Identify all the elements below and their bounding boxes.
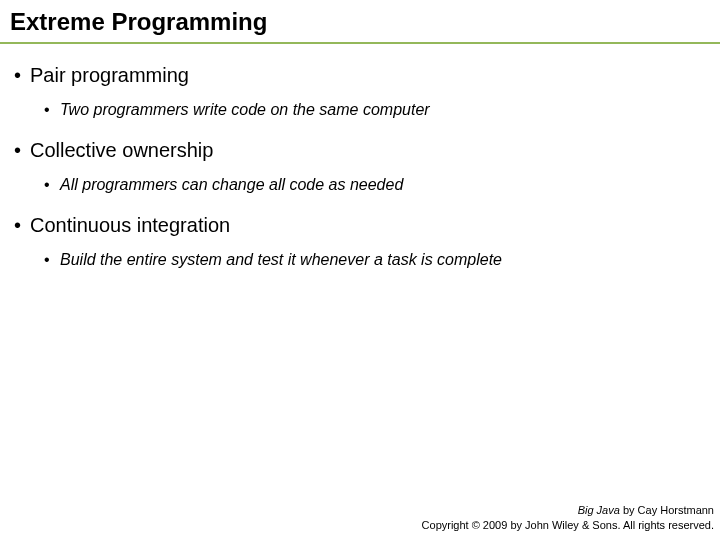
bullet-level-1: Continuous integration [12,214,708,237]
bullet-level-1: Pair programming [12,64,708,87]
bullet-level-2: Build the entire system and test it when… [12,251,708,269]
footer-line-1: Big Java by Cay Horstmann [422,503,714,517]
slide-content: Pair programming Two programmers write c… [0,44,720,269]
slide-title: Extreme Programming [0,0,720,42]
footer-byline: by Cay Horstmann [620,504,714,516]
book-title: Big Java [578,504,620,516]
footer-copyright: Copyright © 2009 by John Wiley & Sons. A… [422,518,714,532]
bullet-level-1: Collective ownership [12,139,708,162]
bullet-level-2: Two programmers write code on the same c… [12,101,708,119]
slide-footer: Big Java by Cay Horstmann Copyright © 20… [422,503,714,532]
bullet-level-2: All programmers can change all code as n… [12,176,708,194]
